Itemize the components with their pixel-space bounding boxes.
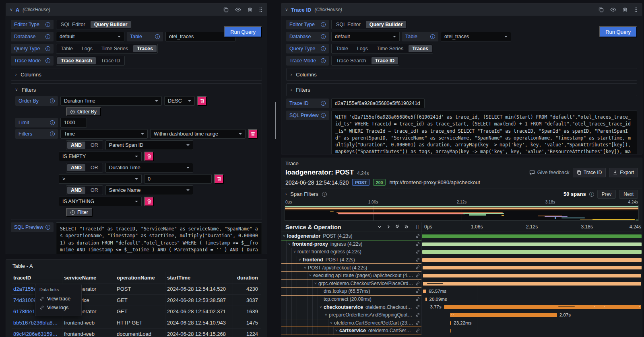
remove-filter-button[interactable]: [214, 174, 224, 184]
filter-value-input[interactable]: 0: [144, 174, 212, 184]
span-duration-bar[interactable]: [450, 313, 557, 317]
span-link-icon[interactable]: [415, 265, 420, 271]
query-builder-option[interactable]: Query Builder: [366, 21, 407, 28]
filter-field-select[interactable]: Parent Span ID: [105, 140, 193, 150]
filter-operator-select[interactable]: >: [59, 174, 142, 184]
query-type-logs[interactable]: Logs: [353, 44, 372, 53]
remove-filter-button[interactable]: [144, 152, 154, 161]
span-link-icon[interactable]: [415, 249, 420, 255]
editor-type-toggle[interactable]: SQL Editor Query Builder: [331, 20, 407, 29]
columns-section[interactable]: ›Columns: [286, 68, 637, 81]
span-link-icon[interactable]: [415, 321, 420, 327]
span-row[interactable]: ˅cartserviceoteldemo.CartService/GetCart: [281, 327, 642, 335]
filter-field-select[interactable]: Time: [60, 129, 148, 139]
query-type-table[interactable]: Table: [332, 44, 353, 53]
info-icon[interactable]: [45, 58, 50, 63]
database-select[interactable]: default: [56, 32, 124, 41]
info-icon[interactable]: [589, 192, 594, 197]
query-type-timeseries[interactable]: Time Series: [97, 44, 132, 53]
order-by-field-select[interactable]: Duration Time: [60, 96, 162, 106]
span-toggle-chevron-icon[interactable]: ˅: [313, 282, 318, 286]
delete-query-icon[interactable]: [623, 7, 627, 12]
span-toggle-chevron-icon[interactable]: ˅: [302, 266, 308, 270]
span-toggle-chevron-icon[interactable]: ˅: [318, 305, 324, 309]
trace-id-link[interactable]: bb5167b236bfa8201...: [12, 317, 62, 328]
info-icon[interactable]: [50, 132, 55, 136]
span-duration-bar[interactable]: [422, 250, 642, 254]
span-filters-label[interactable]: Span Filters: [290, 191, 318, 197]
info-icon[interactable]: [321, 46, 326, 51]
span-toggle-chevron-icon[interactable]: ˅: [287, 242, 292, 246]
prev-button[interactable]: Prev: [597, 190, 616, 199]
span-timeline-cell[interactable]: [421, 256, 642, 264]
span-row[interactable]: ˅frontendPOST (4.22s): [281, 256, 642, 264]
span-duration-bar[interactable]: [425, 298, 427, 301]
span-row[interactable]: ˅prepareOrderItemsAndShippingQuoteFromCa…: [281, 311, 642, 319]
collapse-chevron-icon[interactable]: ˅: [10, 8, 12, 12]
span-row[interactable]: ˅executing api route (pages) /api/checko…: [281, 272, 642, 280]
info-icon[interactable]: [45, 46, 50, 51]
view-logs-link[interactable]: View logs: [39, 303, 77, 312]
order-by-dir-select[interactable]: DESC: [164, 96, 195, 106]
collapse-one-icon[interactable]: [378, 224, 382, 230]
trace-minimap[interactable]: [285, 205, 639, 221]
span-timeline-cell[interactable]: [421, 240, 642, 249]
span-duration-bar[interactable]: [444, 305, 641, 309]
query-header-trace-id[interactable]: ˅ Trace ID (ClickHouse): [281, 4, 642, 16]
column-resizer-handle[interactable]: ||: [416, 225, 419, 229]
span-row[interactable]: ˅frontend-proxyingress (4.22s): [281, 240, 642, 249]
span-timeline-cell[interactable]: [421, 327, 642, 335]
remove-order-by-button[interactable]: [197, 96, 207, 106]
span-timeline-cell[interactable]: [421, 232, 642, 240]
info-icon[interactable]: [430, 34, 435, 39]
span-toggle-chevron-icon[interactable]: ˅: [292, 250, 297, 254]
query-type-timeseries[interactable]: Time Series: [372, 44, 408, 53]
table-select[interactable]: otel_traces: [441, 32, 511, 41]
and-or-toggle[interactable]: ANDOR: [66, 163, 103, 173]
columns-section[interactable]: ›Columns: [11, 68, 262, 81]
info-icon[interactable]: [322, 192, 327, 197]
span-duration-bar[interactable]: [423, 290, 426, 293]
span-row[interactable]: tcp.connect (20.09ms)20.09ms: [281, 296, 642, 304]
collapse-all-icon[interactable]: [395, 224, 399, 230]
info-icon[interactable]: [321, 58, 326, 63]
run-query-button[interactable]: Run Query: [224, 26, 262, 37]
info-icon[interactable]: [321, 22, 326, 27]
span-duration-bar[interactable]: [423, 282, 642, 286]
span-row[interactable]: ˅oteldemo.CartService/GetCart (23.22ms)2…: [281, 319, 642, 327]
span-timeline-cell[interactable]: 23.22ms: [421, 319, 642, 327]
and-or-toggle[interactable]: ANDOR: [66, 185, 103, 195]
span-toggle-chevron-icon[interactable]: ˅: [281, 234, 287, 238]
span-duration-bar[interactable]: [423, 266, 642, 269]
drag-handle-icon[interactable]: [259, 7, 263, 12]
info-icon[interactable]: [45, 22, 50, 27]
query-type-logs[interactable]: Logs: [77, 44, 97, 53]
span-timeline-cell[interactable]: [421, 272, 642, 280]
duplicate-icon[interactable]: [598, 7, 604, 12]
hide-response-eye-icon[interactable]: [235, 7, 241, 12]
trace-mode-toggle[interactable]: Trace Search Trace ID: [56, 56, 125, 66]
query-type-toggle[interactable]: Table Logs Time Series Traces: [56, 44, 158, 53]
span-toggle-chevron-icon[interactable]: ˅: [297, 258, 303, 262]
query-builder-option[interactable]: Query Builder: [91, 21, 131, 28]
span-toggle-chevron-icon[interactable]: ˅: [334, 329, 339, 333]
and-or-toggle[interactable]: ANDOR: [66, 140, 103, 150]
trace-id-link[interactable]: 89cf4286e631591b4...: [12, 329, 62, 337]
filter-operator-select[interactable]: IS ANYTHING: [59, 197, 142, 206]
remove-filter-button[interactable]: [248, 129, 258, 139]
span-timeline-cell[interactable]: 20.09ms: [421, 296, 642, 304]
view-trace-link[interactable]: View trace: [39, 294, 77, 303]
info-icon[interactable]: [45, 225, 50, 230]
info-icon[interactable]: [50, 120, 55, 125]
span-link-icon[interactable]: [415, 234, 420, 240]
span-timeline-cell[interactable]: 3.77s: [421, 303, 642, 311]
span-timeline-cell[interactable]: [421, 264, 642, 272]
filter-operator-select[interactable]: IS EMPTY: [59, 152, 142, 161]
span-duration-bar[interactable]: [450, 321, 451, 325]
span-link-icon[interactable]: [415, 273, 420, 279]
span-timeline-cell[interactable]: [421, 248, 642, 256]
info-icon[interactable]: [50, 99, 55, 103]
copy-trace-id-button[interactable]: Trace ID: [573, 168, 606, 177]
query-type-toggle[interactable]: Table Logs Time Series Traces: [331, 44, 433, 53]
database-select[interactable]: default: [331, 32, 400, 41]
